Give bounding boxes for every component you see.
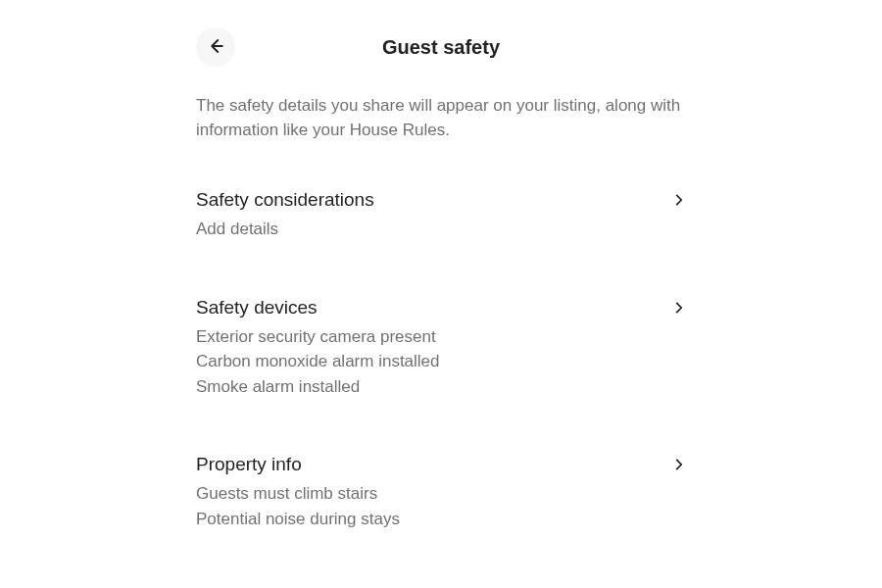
chevron-right-icon	[672, 458, 686, 475]
section-detail: Carbon monoxide alarm installed	[196, 349, 657, 374]
section-detail: Potential noise during stays	[196, 507, 657, 532]
section-title: Safety considerations	[196, 189, 657, 211]
section-safety-devices[interactable]: Safety devices Exterior security camera …	[196, 297, 686, 400]
section-title: Safety devices	[196, 297, 657, 318]
section-content: Safety considerations Add details	[196, 189, 657, 242]
section-detail: Add details	[196, 217, 657, 242]
page-header: Guest safety	[196, 24, 686, 71]
section-content: Property info Guests must climb stairs P…	[196, 454, 657, 531]
section-property-info[interactable]: Property info Guests must climb stairs P…	[196, 454, 686, 531]
page-title: Guest safety	[382, 36, 500, 59]
page-description: The safety details you share will appear…	[196, 94, 686, 142]
section-detail: Smoke alarm installed	[196, 374, 657, 400]
section-content: Safety devices Exterior security camera …	[196, 297, 657, 400]
chevron-right-icon	[672, 301, 686, 318]
arrow-left-icon	[207, 37, 224, 58]
section-detail: Guests must climb stairs	[196, 481, 657, 507]
section-title: Property info	[196, 454, 657, 475]
section-detail: Exterior security camera present	[196, 324, 657, 350]
section-safety-considerations[interactable]: Safety considerations Add details	[196, 189, 686, 242]
back-button[interactable]	[196, 27, 235, 67]
chevron-right-icon	[672, 193, 686, 211]
